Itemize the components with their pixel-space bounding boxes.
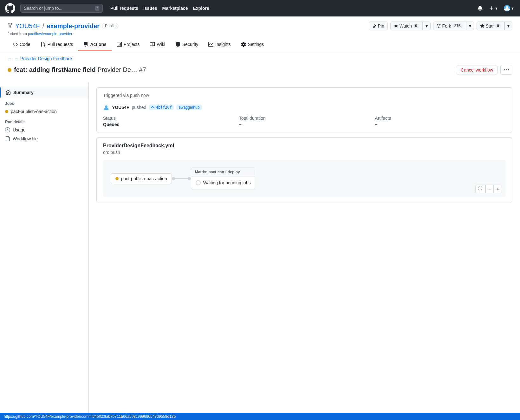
file-icon: [5, 136, 10, 141]
nav-marketplace[interactable]: Marketplace: [162, 6, 188, 11]
watch-button-group: Watch 0 ▾: [390, 22, 431, 30]
run-header: ← ← Provider Design Feedback feat: addin…: [0, 51, 520, 82]
watch-button[interactable]: Watch 0: [390, 22, 423, 30]
artifacts-label: Artifacts: [375, 116, 506, 121]
repo-owner-link[interactable]: YOU54F: [15, 22, 40, 30]
tab-insights[interactable]: Insights: [203, 39, 236, 51]
job-status-dot: [5, 110, 8, 113]
forked-from-label: forked from: [8, 32, 28, 36]
job-node[interactable]: pact-publish-oas-action: [111, 173, 172, 184]
nav-explore[interactable]: Explore: [193, 6, 209, 11]
usage-item[interactable]: Usage: [0, 125, 88, 134]
settings-icon: [241, 42, 246, 47]
search-bar[interactable]: Search or jump to... /: [20, 4, 103, 13]
workflow-filename: ProviderDesignFeedback.yml: [103, 143, 506, 149]
status-value: Queued: [103, 122, 234, 127]
breadcrumb[interactable]: ← ← Provider Design Feedback: [8, 56, 512, 65]
nav-issues[interactable]: Issues: [143, 6, 157, 11]
status-meta: Status Queued: [103, 116, 234, 127]
pin-icon: [372, 24, 377, 28]
slash-key: /: [95, 6, 99, 11]
top-nav-right: ▾ ▾: [476, 4, 515, 13]
tab-wiki-label: Wiki: [157, 42, 165, 47]
commit-hash-text: 4bff20f: [156, 105, 172, 110]
trigger-meta-grid: Status Queued Total duration – Artifacts…: [103, 116, 506, 127]
repo-title-row: YOU54F / example-provider Public Pin Wat…: [8, 22, 512, 30]
star-dropdown-button[interactable]: ▾: [504, 22, 512, 30]
workflow-file-label: Workflow file: [13, 136, 38, 141]
matrix-group: Matrix: pact-can-i-deploy Waiting for pe…: [191, 168, 256, 189]
add-button[interactable]: ▾: [488, 4, 499, 12]
tab-settings-label: Settings: [248, 42, 264, 47]
tab-security[interactable]: Security: [170, 39, 204, 51]
back-arrow-icon: ←: [8, 56, 12, 61]
tab-wiki[interactable]: Wiki: [145, 39, 170, 51]
more-icon: [504, 67, 509, 72]
notifications-button[interactable]: [476, 4, 484, 12]
status-bar: https://github.com/YOU54F/example-provid…: [0, 413, 520, 420]
tab-settings[interactable]: Settings: [236, 39, 269, 51]
status-bar-url: https://github.com/YOU54F/example-provid…: [4, 414, 176, 419]
fork-count: 276: [452, 24, 463, 28]
pr-icon: [40, 42, 45, 47]
pin-button[interactable]: Pin: [369, 22, 388, 30]
wiki-icon: [150, 42, 155, 47]
usage-label: Usage: [13, 127, 25, 132]
zoom-fit-button[interactable]: [475, 185, 485, 193]
run-status-dot: [8, 68, 11, 72]
fork-button[interactable]: Fork 276: [433, 22, 466, 30]
star-button[interactable]: Star 0: [477, 22, 504, 30]
forked-from-link[interactable]: pactflow/example-provider: [28, 32, 72, 36]
matrix-content: Waiting for pending jobs: [191, 176, 255, 189]
connector-dot-left: [172, 177, 175, 180]
duration-meta: Total duration –: [239, 116, 370, 127]
fork-header-icon: [8, 23, 13, 29]
sidebar-item-summary[interactable]: Summary: [0, 87, 88, 98]
summary-label: Summary: [13, 90, 34, 95]
repo-action-buttons: Pin Watch 0 ▾ Fork 276 ▾: [369, 22, 512, 30]
zoom-in-button[interactable]: +: [494, 185, 502, 193]
search-placeholder: Search or jump to...: [24, 6, 62, 11]
artifacts-meta: Artifacts –: [375, 116, 506, 127]
github-logo[interactable]: [5, 3, 15, 13]
run-number: #7: [139, 66, 146, 73]
home-icon: [6, 90, 11, 95]
nav-pull-requests[interactable]: Pull requests: [110, 6, 138, 11]
workflow-file-item[interactable]: Workflow file: [0, 134, 88, 143]
run-title-bold: feat: adding firstName field: [14, 66, 96, 73]
fork-dropdown-button[interactable]: ▾: [466, 22, 474, 30]
workflow-on: on: push: [103, 150, 506, 155]
job-item[interactable]: pact-publish-oas-action: [0, 107, 88, 116]
trigger-text: Triggered via push now: [103, 93, 506, 98]
more-options-button[interactable]: [500, 65, 512, 75]
star-label: Star: [486, 23, 494, 29]
fork-label: Fork: [442, 23, 451, 29]
repo-name-link[interactable]: example-provider: [47, 22, 100, 30]
zoom-out-button[interactable]: −: [485, 185, 494, 193]
fork-button-group: Fork 276 ▾: [433, 22, 474, 30]
clock-icon: [5, 127, 10, 132]
workflow-card: ProviderDesignFeedback.yml on: push pact…: [96, 137, 512, 202]
pushed-label: pushed: [132, 105, 146, 110]
tab-code[interactable]: Code: [8, 39, 35, 51]
waiting-circle-icon: [196, 180, 201, 185]
star-button-group: Star 0 ▾: [477, 22, 512, 30]
status-label: Status: [103, 116, 234, 121]
run-title-normal: Provider De…: [97, 66, 137, 73]
actions-icon: [83, 42, 88, 47]
tab-actions[interactable]: Actions: [78, 39, 111, 51]
tab-pull-requests[interactable]: Pull requests: [35, 39, 78, 51]
cancel-workflow-button[interactable]: Cancel workflow: [456, 66, 498, 74]
watch-dropdown-button[interactable]: ▾: [423, 22, 431, 30]
job-name: pact-publish-oas-action: [11, 109, 57, 114]
visibility-badge: Public: [102, 23, 118, 29]
commit-hash-link[interactable]: 4bff20f: [149, 105, 174, 110]
flow-connector: [172, 177, 191, 180]
waiting-label: Waiting for pending jobs: [203, 180, 251, 185]
run-title: feat: adding firstName field Provider De…: [14, 66, 146, 73]
user-menu-button[interactable]: ▾: [503, 4, 515, 13]
artifacts-value: –: [375, 122, 506, 127]
repo-tabs: Code Pull requests Actions Projects Wiki…: [8, 39, 512, 51]
star-icon: [480, 24, 484, 28]
tab-projects[interactable]: Projects: [112, 39, 145, 51]
